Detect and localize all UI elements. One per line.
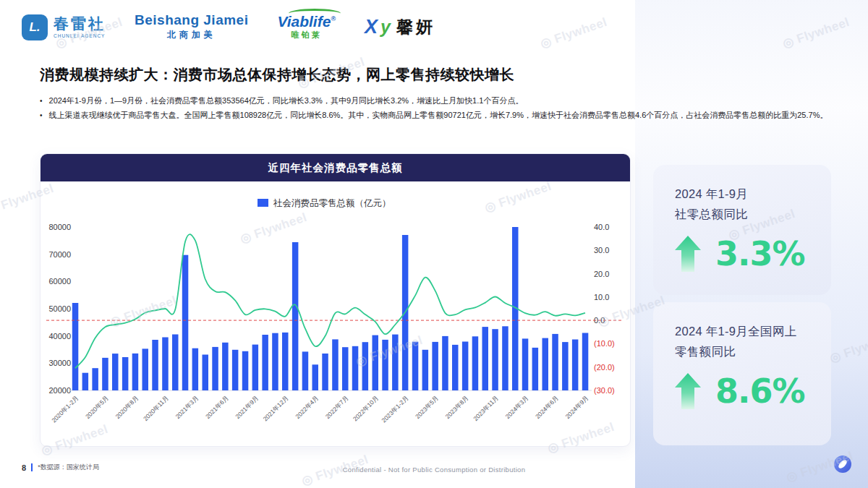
beishang-logo-subtext: 北商加美 <box>135 29 248 41</box>
svg-text:2023年5月: 2023年5月 <box>414 394 440 420</box>
svg-text:70000: 70000 <box>48 250 71 259</box>
svg-text:2020年8月: 2020年8月 <box>114 394 140 420</box>
flywheel-logo-icon <box>833 455 852 476</box>
stat-title-line2: 社零总额同比 <box>675 207 748 221</box>
bullet-dot: • <box>40 108 43 123</box>
svg-text:2024年3月: 2024年3月 <box>504 394 530 420</box>
svg-text:2021年9月: 2021年9月 <box>234 394 260 420</box>
svg-text:2021年12月: 2021年12月 <box>262 394 290 422</box>
stat-card-title: 2024 年1-9月全国网上 零售额同比 <box>675 321 812 361</box>
right-axis-ticks: 40.030.020.010.00.0(10.0)(20.0)(30.0) <box>594 223 615 395</box>
up-arrow-icon <box>672 234 704 273</box>
bullet-item: • 线上渠道表现继续优于商品零售大盘。全国网上零售额108928亿元，同比增长8… <box>40 108 843 123</box>
bullet-list: • 2024年1-9月份，1—9月份，社会消费品零售总额353564亿元，同比增… <box>40 94 843 123</box>
left-axis-ticks: 80000700006000050000400003000020000 <box>48 223 71 395</box>
footer-divider <box>31 463 33 471</box>
svg-text:2023年1-2月: 2023年1-2月 <box>380 394 409 424</box>
svg-text:2022年10月: 2022年10月 <box>352 394 380 422</box>
svg-text:20000: 20000 <box>48 386 71 395</box>
viablife-leaf-icon <box>289 9 341 18</box>
up-arrow-icon <box>672 372 704 411</box>
svg-text:80000: 80000 <box>48 223 71 231</box>
stat-card-title: 2024 年1-9月 社零总额同比 <box>675 184 812 224</box>
svg-text:40.0: 40.0 <box>594 223 609 231</box>
logo-beishang-jiamei: Beishang Jiamei 北商加美 <box>135 13 248 41</box>
page-number: 8 <box>22 463 26 472</box>
svg-text:2020年5月: 2020年5月 <box>84 394 110 420</box>
stat-value: 3.3% <box>715 234 805 273</box>
stat-title-line1: 2024 年1-9月 <box>675 187 748 200</box>
stat-value: 8.6% <box>715 372 805 411</box>
svg-text:60000: 60000 <box>48 277 71 286</box>
svg-text:10.0: 10.0 <box>594 293 609 301</box>
svg-text:(10.0): (10.0) <box>594 339 615 348</box>
svg-text:2022年4月: 2022年4月 <box>294 394 320 420</box>
flywheel-watermark: ◎ Flywheel <box>538 14 609 51</box>
bullet-dot: • <box>40 94 43 108</box>
stat-title-line2: 零售额同比 <box>675 345 736 358</box>
footer-left: 8 *数据源：国家统计局 <box>22 463 99 472</box>
svg-text:2021年6月: 2021年6月 <box>204 394 230 420</box>
svg-text:(20.0): (20.0) <box>594 363 615 372</box>
svg-text:2023年11月: 2023年11月 <box>472 394 500 422</box>
stat-title-line1: 2024 年1-9月全国网上 <box>675 325 796 338</box>
stat-card-online-retail: 2024 年1-9月全国网上 零售额同比 8.6% <box>653 302 831 445</box>
svg-text:30.0: 30.0 <box>594 246 609 254</box>
svg-text:2024年6月: 2024年6月 <box>534 394 560 420</box>
logo-bar: L. 春雷社 CHUNLEI AGENCY Beishang Jiamei 北商… <box>22 13 435 41</box>
bars <box>72 227 589 390</box>
chunlei-logo-icon: L. <box>22 14 48 40</box>
chart-title: 近四年社会消费品零售总额 <box>41 154 630 181</box>
logo-chunlei: L. 春雷社 CHUNLEI AGENCY <box>22 14 106 40</box>
svg-text:2021年3月: 2021年3月 <box>174 394 200 420</box>
svg-text:2020年1-2月: 2020年1-2月 <box>50 394 80 424</box>
svg-text:50000: 50000 <box>48 304 71 313</box>
svg-text:2023年8月: 2023年8月 <box>444 394 470 420</box>
bullet-item: • 2024年1-9月份，1—9月份，社会消费品零售总额353564亿元，同比增… <box>40 94 843 108</box>
stat-card-retail-total: 2024 年1-9月 社零总额同比 3.3% <box>653 165 831 295</box>
svg-text:20.0: 20.0 <box>594 270 609 278</box>
bullet-text: 2024年1-9月份，1—9月份，社会消费品零售总额353564亿元，同比增长3… <box>49 94 524 108</box>
chart-legend: 社会消费品零售总额（亿元） <box>258 198 391 208</box>
chunlei-logo-subtext: CHUNLEI AGENCY <box>54 33 106 38</box>
svg-text:30000: 30000 <box>48 359 71 367</box>
svg-text:2022年7月: 2022年7月 <box>324 394 350 420</box>
svg-text:2020年11月: 2020年11月 <box>142 394 170 422</box>
confidential-note: Confidential - Not for Public Consumptio… <box>217 466 651 474</box>
chart-card: 近四年社会消费品零售总额 社会消费品零售总额（亿元）80000700006000… <box>40 153 631 447</box>
retail-sales-chart: 社会消费品零售总额（亿元）800007000060000500004000030… <box>41 181 630 445</box>
data-source-note: *数据源：国家统计局 <box>38 463 99 472</box>
svg-text:2024年9月: 2024年9月 <box>564 394 590 420</box>
yoy-growth-line <box>75 234 585 368</box>
xinyan-logo-text: 馨妍 <box>396 16 435 38</box>
logo-viablife: Viablife® 唯铂莱 <box>277 14 336 40</box>
svg-text:社会消费品零售总额（亿元）: 社会消费品零售总额（亿元） <box>273 198 391 208</box>
logo-xinyan: X y 馨妍 <box>365 16 435 38</box>
chunlei-logo-text: 春雷社 <box>54 16 106 32</box>
page-title: 消费规模持续扩大：消费市场总体保持增长态势，网上零售持续较快增长 <box>40 65 514 85</box>
slide-page: L. 春雷社 CHUNLEI AGENCY Beishang Jiamei 北商… <box>0 0 868 488</box>
bullet-text: 线上渠道表现继续优于商品零售大盘。全国网上零售额108928亿元，同比增长8.6… <box>49 108 828 123</box>
svg-text:40000: 40000 <box>48 332 71 341</box>
svg-text:(30.0): (30.0) <box>594 386 615 395</box>
viablife-logo-subtext: 唯铂莱 <box>277 30 336 40</box>
beishang-logo-text: Beishang Jiamei <box>135 13 248 27</box>
xinyan-logo-icon: X <box>365 16 378 38</box>
x-axis-labels: 2020年1-2月2020年5月2020年8月2020年11月2021年3月20… <box>50 394 590 424</box>
